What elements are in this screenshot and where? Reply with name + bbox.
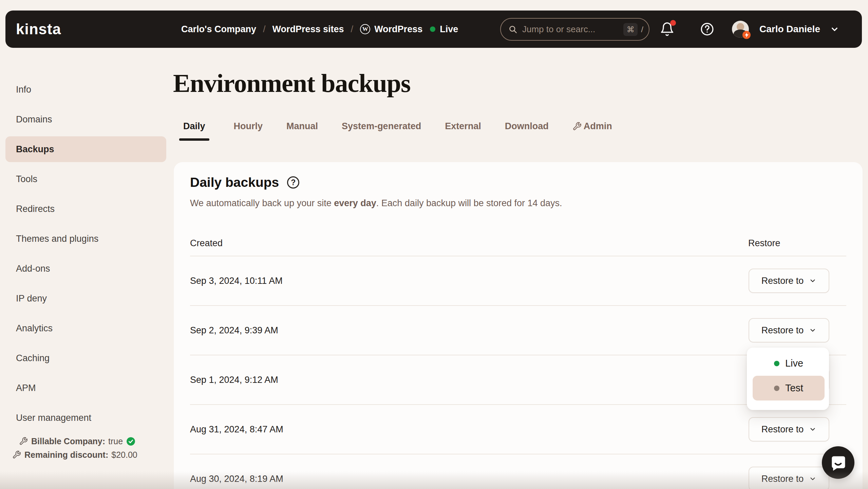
environment-label: Live [440, 24, 458, 35]
tab-daily[interactable]: Daily [183, 120, 205, 132]
sidebar-item-ip-deny[interactable]: IP deny [5, 286, 166, 311]
restore-to-button[interactable]: Restore to [749, 467, 829, 489]
dropdown-option-live[interactable]: Live [753, 351, 825, 376]
chat-bubble-icon [829, 454, 847, 471]
chevron-down-icon [809, 277, 816, 285]
live-dot-icon [774, 361, 779, 366]
topbar: kinsta Carlo's Company / WordPress sites… [5, 11, 862, 48]
help-icon [700, 22, 715, 37]
dropdown-option-test[interactable]: Test [753, 376, 825, 400]
tab-download[interactable]: Download [505, 120, 549, 132]
command-key-icon: ⌘ [623, 23, 638, 36]
tab-manual[interactable]: Manual [286, 120, 318, 132]
sidebar-item-info[interactable]: Info [5, 77, 166, 102]
sidebar-item-add-ons[interactable]: Add-ons [5, 256, 166, 281]
tab-system-generated[interactable]: System-generated [342, 120, 421, 132]
sidebar-item-user-management[interactable]: User management [5, 405, 166, 431]
sidebar-item-apm[interactable]: APM [5, 375, 166, 401]
chevron-down-icon [809, 426, 816, 433]
table-row: Sep 2, 2024, 9:39 AM Restore to [190, 306, 846, 355]
restore-target-dropdown: Live Test [747, 348, 829, 410]
tab-admin[interactable]: Admin [572, 120, 612, 132]
table-row: Aug 30, 2024, 8:19 AM Restore to [190, 454, 846, 489]
tab-hourly[interactable]: Hourly [234, 120, 263, 132]
table-header: Created Restore [190, 233, 846, 256]
sidebar: Info Domains Backups Tools Redirects The… [5, 77, 166, 431]
slash-key-hint: / [641, 25, 643, 34]
column-header-restore: Restore [748, 238, 780, 249]
test-dot-icon [774, 386, 779, 391]
backup-created-date: Aug 30, 2024, 8:19 AM [190, 474, 283, 484]
billable-company-label: Billable Company: [31, 436, 105, 446]
backup-tabs: Daily Hourly Manual System-generated Ext… [183, 120, 612, 132]
remaining-discount-line: Remaining discount: $20.00 [0, 448, 170, 462]
restore-to-button-open[interactable]: Restore to [749, 318, 829, 343]
user-menu-name[interactable]: Carlo Daniele [759, 11, 820, 48]
environment-selector[interactable]: Live [430, 24, 458, 35]
sidebar-item-analytics[interactable]: Analytics [5, 315, 166, 341]
backup-created-date: Sep 3, 2024, 10:11 AM [190, 276, 283, 286]
avatar[interactable] [732, 21, 749, 38]
tab-external[interactable]: External [445, 120, 481, 132]
column-header-created: Created [190, 238, 223, 249]
wordpress-icon: W [360, 24, 370, 34]
breadcrumb: Carlo's Company / WordPress sites / W Wo… [181, 11, 458, 48]
search-icon [508, 25, 517, 34]
notifications-button[interactable] [660, 22, 675, 37]
sidebar-item-domains[interactable]: Domains [5, 106, 166, 132]
wrench-icon [19, 437, 28, 446]
avatar-lightning-badge [742, 31, 751, 39]
table-row: Sep 3, 2024, 10:11 AM Restore to [190, 256, 846, 306]
backup-created-date: Sep 2, 2024, 9:39 AM [190, 325, 278, 336]
sidebar-item-caching[interactable]: Caching [5, 345, 166, 371]
breadcrumb-separator: / [262, 24, 267, 35]
wrench-icon [572, 122, 582, 131]
backup-created-date: Sep 1, 2024, 9:12 AM [190, 375, 278, 385]
chevron-down-icon[interactable] [830, 25, 839, 35]
kinsta-dashboard: kinsta Carlo's Company / WordPress sites… [0, 0, 868, 489]
page-title: Environment backups [173, 69, 411, 98]
help-button[interactable] [700, 22, 715, 37]
live-status-dot-icon [430, 26, 435, 32]
remaining-discount-label: Remaining discount: [24, 450, 108, 460]
sidebar-item-redirects[interactable]: Redirects [5, 196, 166, 222]
sidebar-item-themes-and-plugins[interactable]: Themes and plugins [5, 226, 166, 252]
card-header: Daily backups ? [190, 175, 299, 190]
breadcrumb-separator: / [350, 24, 355, 35]
billable-company-line: Billable Company: true [0, 434, 170, 448]
card-description: We automatically back up your site every… [190, 198, 562, 209]
chevron-down-icon [809, 327, 816, 334]
breadcrumb-site-label: WordPress [374, 24, 422, 35]
billable-company-value: true [108, 436, 123, 446]
table-row: Aug 31, 2024, 8:47 AM Restore to [190, 405, 846, 454]
wrench-icon [12, 450, 21, 459]
chevron-down-icon [809, 475, 816, 483]
search-placeholder: Jump to or searc... [522, 24, 623, 35]
card-title: Daily backups [190, 175, 279, 190]
help-circle-icon[interactable]: ? [287, 176, 299, 189]
daily-backups-card: Daily backups ? We automatically back up… [174, 162, 863, 489]
sidebar-admin-info: Billable Company: true Remaining discoun… [0, 434, 170, 462]
backup-created-date: Aug 31, 2024, 8:47 AM [190, 424, 283, 435]
restore-to-button[interactable]: Restore to [749, 417, 829, 442]
breadcrumb-site[interactable]: W WordPress [360, 24, 422, 35]
breadcrumb-company[interactable]: Carlo's Company [181, 24, 256, 35]
kinsta-logo[interactable]: kinsta [16, 21, 61, 38]
chat-launcher-button[interactable] [822, 446, 854, 479]
lightning-icon [744, 33, 749, 38]
remaining-discount-value: $20.00 [111, 450, 137, 460]
notification-badge [670, 20, 676, 26]
check-circle-icon [126, 437, 135, 446]
sidebar-item-backups[interactable]: Backups [5, 136, 166, 162]
search-input[interactable]: Jump to or searc... ⌘ / [500, 18, 649, 41]
sidebar-item-tools[interactable]: Tools [5, 166, 166, 192]
restore-to-button[interactable]: Restore to [749, 269, 829, 293]
breadcrumb-wordpress-sites[interactable]: WordPress sites [272, 24, 344, 35]
